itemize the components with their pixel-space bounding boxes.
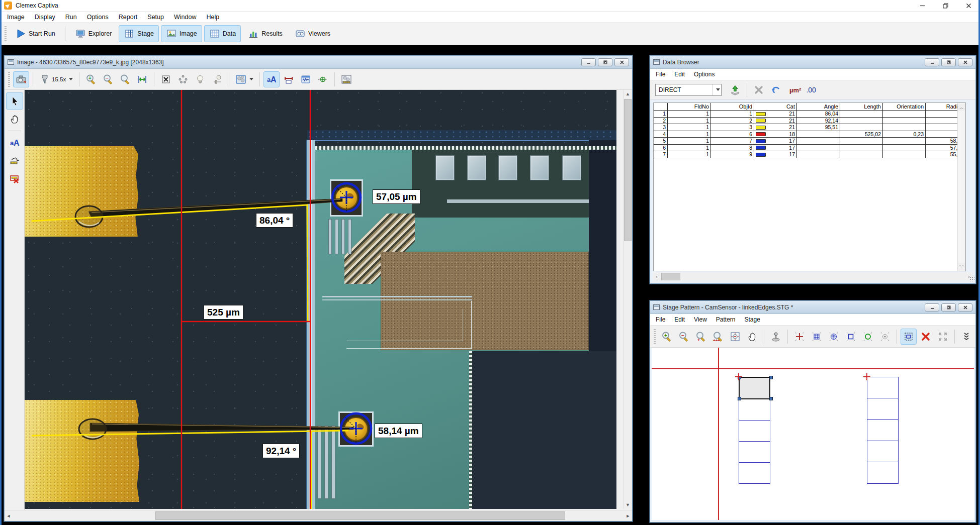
- camera-button[interactable]: [13, 71, 29, 87]
- selection-handle[interactable]: [769, 397, 773, 400]
- table-row[interactable]: 3132195,51: [654, 124, 965, 131]
- scroll-left-arrow[interactable]: ◄: [5, 510, 13, 521]
- menu-item-window[interactable]: Window: [169, 12, 201, 22]
- delete-object-button[interactable]: [158, 71, 174, 87]
- radius-label-bottom[interactable]: 58,14 µm: [375, 424, 422, 438]
- table-row[interactable]: 7191755,63: [654, 151, 965, 158]
- stage-pattern-canvas[interactable]: [652, 348, 974, 520]
- precision-label[interactable]: .00: [806, 86, 816, 94]
- menu-item-help[interactable]: Help: [201, 12, 224, 22]
- db-horizontal-scrollbar[interactable]: ‹ ›: [653, 272, 972, 281]
- select-cursor-button[interactable]: [6, 92, 23, 110]
- pattern-cell[interactable]: [867, 462, 899, 484]
- vertical-scroll-thumb[interactable]: [624, 99, 632, 241]
- results-button[interactable]: Results: [243, 25, 288, 42]
- db-scroll-up-arrow[interactable]: ︿: [958, 104, 965, 111]
- viewers-button[interactable]: Viewers: [290, 25, 335, 42]
- stage-button[interactable]: Stage: [119, 25, 159, 42]
- image-vertical-scrollbar[interactable]: ▲ ▼: [623, 90, 632, 509]
- scroll-down-arrow[interactable]: ▼: [623, 501, 632, 509]
- db-scroll-left-arrow[interactable]: ‹: [653, 272, 660, 281]
- selection-handle[interactable]: [769, 376, 773, 379]
- db-scroll-down-arrow[interactable]: ﹀: [958, 263, 965, 270]
- db-vertical-scrollbar[interactable]: ︿ ﹀: [957, 103, 965, 271]
- column-header-cat[interactable]: Cat: [754, 103, 797, 110]
- select-marquee-button[interactable]: [901, 329, 917, 345]
- angle-label-bottom[interactable]: 92,14 °: [262, 444, 300, 458]
- db-scroll-thumb[interactable]: [661, 273, 680, 280]
- annotate-text-button[interactable]: aA: [6, 134, 23, 151]
- measure-angle-button[interactable]: +: [6, 152, 23, 169]
- fit-image-button[interactable]: [134, 71, 150, 87]
- preview-button[interactable]: [233, 71, 256, 87]
- scroll-right-arrow[interactable]: ►: [624, 510, 632, 521]
- column-header-fldno[interactable]: FldNo: [668, 103, 711, 110]
- grid-pattern-button[interactable]: [809, 329, 825, 345]
- close-button[interactable]: [957, 0, 980, 12]
- image-close-button[interactable]: [614, 58, 629, 66]
- menu-item-edit[interactable]: Edit: [670, 314, 689, 325]
- menu-item-setup[interactable]: Setup: [142, 12, 169, 22]
- pan-hand-button[interactable]: [6, 111, 23, 128]
- micrograph-image[interactable]: 86,04 ° 57,05 µm 525 µm 92,14 ° 58,14 µm: [25, 90, 616, 509]
- origin-marker-button[interactable]: [791, 329, 808, 345]
- menu-item-options[interactable]: Options: [82, 12, 114, 22]
- selection-handle[interactable]: [738, 397, 741, 400]
- pan-hand-button[interactable]: [744, 329, 760, 345]
- menu-item-run[interactable]: Run: [60, 12, 82, 22]
- data-source-select[interactable]: DIRECT: [655, 84, 722, 96]
- sp-minimize-button[interactable]: [925, 303, 939, 311]
- column-header-length[interactable]: Length: [840, 103, 883, 110]
- pattern-cell[interactable]: [867, 398, 899, 420]
- pattern-cell-selected[interactable]: [739, 377, 770, 399]
- fit-view-button[interactable]: [727, 329, 743, 345]
- zoom-point-button[interactable]: +: [693, 329, 709, 345]
- expand-view-button[interactable]: [935, 329, 951, 345]
- scroll-up-arrow[interactable]: ▲: [623, 90, 632, 98]
- table-row[interactable]: 41618525,020,23: [654, 131, 965, 138]
- radius-label-top[interactable]: 57,05 µm: [373, 189, 420, 204]
- image-minimize-button[interactable]: [581, 58, 596, 66]
- column-header-rownum[interactable]: [654, 103, 668, 110]
- scale-bar-button[interactable]: [338, 71, 354, 87]
- menu-item-options[interactable]: Options: [689, 69, 719, 79]
- menu-item-stage[interactable]: Stage: [740, 314, 765, 325]
- zoom-out-button[interactable]: −: [100, 71, 116, 87]
- minimize-button[interactable]: [911, 0, 934, 12]
- menu-item-pattern[interactable]: Pattern: [711, 314, 740, 325]
- sp-restore-button[interactable]: [941, 303, 956, 311]
- db-close-button[interactable]: [958, 58, 972, 66]
- zoom-out-button[interactable]: −: [676, 329, 692, 345]
- light-settings-button[interactable]: [209, 71, 225, 87]
- delete-pattern-button[interactable]: [918, 329, 934, 345]
- pattern-cell[interactable]: [867, 419, 899, 442]
- pattern-cell[interactable]: [739, 462, 770, 484]
- menu-item-report[interactable]: Report: [114, 12, 143, 22]
- delete-measure-button[interactable]: [6, 170, 23, 187]
- sp-close-button[interactable]: [958, 303, 972, 311]
- db-restore-button[interactable]: [941, 58, 956, 66]
- pattern-cell[interactable]: [739, 420, 770, 442]
- length-label[interactable]: 525 µm: [204, 305, 243, 320]
- joystick-button[interactable]: [768, 329, 784, 345]
- annotations-button[interactable]: aA: [263, 71, 280, 87]
- table-row[interactable]: 2122192,14: [654, 118, 965, 125]
- zoom-in-button[interactable]: +: [83, 71, 99, 87]
- light-button[interactable]: [192, 71, 208, 87]
- table-row[interactable]: 1112186,04: [654, 111, 965, 118]
- explorer-button[interactable]: Explorer: [70, 25, 117, 42]
- restore-button[interactable]: [934, 0, 957, 12]
- more-tools-button[interactable]: [958, 329, 974, 345]
- pattern-cell[interactable]: [739, 441, 770, 463]
- image-horizontal-scrollbar[interactable]: ◄ ►: [5, 510, 632, 521]
- point-pattern-button[interactable]: [877, 329, 893, 345]
- zoom-in-button[interactable]: +: [659, 329, 675, 345]
- menu-item-edit[interactable]: Edit: [670, 69, 689, 79]
- profile-button[interactable]: [298, 71, 314, 87]
- measure-width-button[interactable]: [281, 71, 297, 87]
- data-browser-titlebar[interactable]: Data Browser: [650, 56, 975, 69]
- menu-item-view[interactable]: View: [689, 314, 711, 325]
- data-button[interactable]: Data: [204, 25, 241, 42]
- pattern-cell[interactable]: [867, 441, 899, 463]
- ellipse-pattern-button[interactable]: [860, 329, 876, 345]
